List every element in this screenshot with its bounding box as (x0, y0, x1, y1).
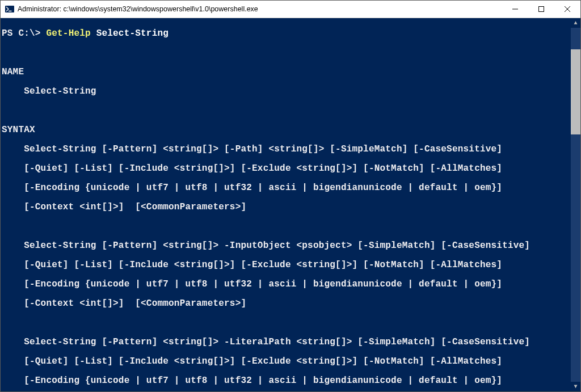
vertical-scrollbar[interactable]: ▲ ▼ (571, 18, 580, 391)
svg-rect-0 (5, 6, 14, 12)
maximize-button[interactable] (528, 1, 554, 18)
ps-prompt: PS C:\> (2, 28, 46, 39)
syntax-line: Select-String [-Pattern] <string[]> -Inp… (2, 241, 580, 251)
syntax-line: [-Encoding {unicode | utf7 | utf8 | utf3… (2, 183, 580, 193)
close-button[interactable] (554, 1, 580, 18)
syntax-line: [-Quiet] [-List] [-Include <string[]>] [… (2, 357, 580, 366)
window-titlebar[interactable]: Administrator: c:\windows\system32\windo… (1, 1, 580, 18)
blank-line (2, 318, 580, 328)
section-header-syntax: SYNTAX (2, 125, 580, 135)
window-controls (502, 1, 580, 18)
scrollbar-thumb[interactable] (571, 49, 580, 134)
syntax-line: [-Context <int[]>] [<CommonParameters>] (2, 203, 580, 212)
scroll-up-arrow-icon[interactable]: ▲ (571, 18, 580, 28)
section-header-name: NAME (2, 68, 580, 77)
scrollbar-track[interactable] (571, 28, 580, 382)
scroll-down-arrow-icon[interactable]: ▼ (571, 382, 580, 391)
syntax-line: [-Quiet] [-List] [-Include <string[]>] [… (2, 260, 580, 270)
window-title: Administrator: c:\windows\system32\windo… (18, 5, 502, 13)
syntax-line: [-Encoding {unicode | utf7 | utf8 | utf3… (2, 376, 580, 386)
blank-line (2, 48, 580, 58)
name-value: Select-String (2, 87, 580, 96)
blank-line (2, 222, 580, 231)
console-area[interactable]: PS C:\> Get-Help Select-String NAME Sele… (1, 18, 580, 391)
syntax-line: [-Quiet] [-List] [-Include <string[]>] [… (2, 164, 580, 174)
syntax-line: [-Context <int[]>] [<CommonParameters>] (2, 299, 580, 309)
minimize-button[interactable] (502, 1, 528, 18)
cmdlet-arg: Select-String (96, 28, 169, 39)
syntax-line: [-Encoding {unicode | utf7 | utf8 | utf3… (2, 280, 580, 289)
svg-rect-3 (539, 7, 544, 12)
syntax-line: Select-String [-Pattern] <string[]> -Lit… (2, 338, 580, 347)
powershell-icon (5, 5, 14, 14)
blank-line (2, 106, 580, 116)
cmdlet-gethelp: Get-Help (46, 28, 90, 39)
console-line: PS C:\> Get-Help Select-String (2, 29, 580, 39)
powershell-window: Administrator: c:\windows\system32\windo… (0, 0, 581, 392)
syntax-line: Select-String [-Pattern] <string[]> [-Pa… (2, 145, 580, 154)
